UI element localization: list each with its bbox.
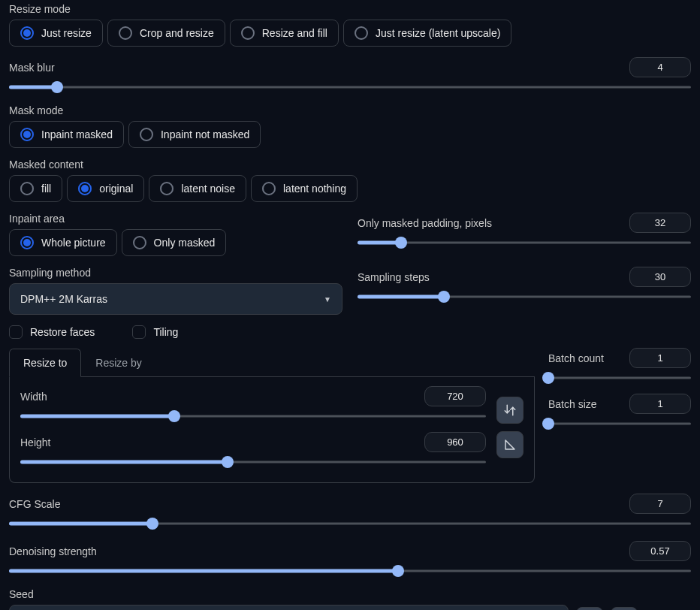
resize-mode-option[interactable]: Crop and resize (107, 20, 225, 47)
reuse-seed-button[interactable]: ♻️ (611, 607, 638, 610)
triangle-ruler-icon (503, 438, 517, 451)
resize-mode-option-label: Resize and fill (262, 27, 327, 39)
masked-content-option-label: latent nothing (283, 183, 346, 195)
batch-count-value[interactable]: 1 (629, 348, 691, 368)
seed-label: Seed (9, 588, 691, 600)
resize-mode-option[interactable]: Just resize (latent upscale) (343, 20, 512, 47)
random-seed-button[interactable]: 🎲 (576, 607, 603, 610)
radio-dot-icon (160, 182, 173, 195)
only-masked-padding-slider[interactable] (358, 236, 691, 249)
masked-content-option-label: fill (41, 183, 51, 195)
denoising-label: Denoising strength (9, 545, 97, 557)
set-ratio-button[interactable] (496, 431, 523, 458)
resize-mode-option-label: Just resize (latent upscale) (376, 27, 501, 39)
radio-dot-icon (119, 26, 132, 40)
cfg-scale-slider[interactable] (9, 517, 691, 530)
height-value[interactable]: 960 (424, 432, 486, 452)
mask-mode-option[interactable]: Inpaint not masked (128, 121, 261, 148)
mask-mode-option-label: Inpaint not masked (161, 128, 249, 140)
swap-icon (503, 403, 517, 417)
sampling-method-label: Sampling method (9, 267, 342, 279)
mask-mode-option-label: Inpaint masked (41, 128, 113, 140)
denoising-slider[interactable] (9, 564, 691, 578)
masked-content-option-label: latent noise (181, 183, 235, 195)
sampling-method-value: DPM++ 2M Karras (20, 293, 107, 305)
batch-size-value[interactable]: 1 (629, 394, 691, 414)
radio-dot-icon (78, 182, 92, 195)
width-slider[interactable] (20, 409, 486, 423)
mask-mode-option[interactable]: Inpaint masked (9, 121, 124, 148)
tiling-checkbox[interactable]: Tiling (132, 325, 178, 339)
batch-count-label: Batch count (548, 352, 604, 364)
chevron-down-icon: ▼ (324, 295, 331, 303)
radio-dot-icon (20, 236, 34, 249)
seed-input[interactable] (9, 605, 569, 610)
batch-size-label: Batch size (548, 398, 597, 410)
sampling-steps-slider[interactable] (358, 290, 691, 303)
sampling-steps-label: Sampling steps (358, 271, 430, 283)
inpaint-area-option[interactable]: Whole picture (9, 229, 117, 256)
radio-dot-icon (20, 26, 34, 40)
radio-dot-icon (133, 236, 146, 249)
masked-content-option[interactable]: latent noise (149, 175, 246, 202)
batch-count-slider[interactable] (548, 371, 691, 385)
height-label: Height (20, 436, 50, 448)
inpaint-area-group: Whole pictureOnly masked (9, 229, 342, 256)
masked-content-option[interactable]: latent nothing (251, 175, 358, 202)
masked-content-label: Masked content (9, 159, 691, 171)
tiling-label: Tiling (153, 326, 178, 338)
radio-dot-icon (140, 128, 153, 141)
radio-dot-icon (20, 182, 34, 195)
batch-size-slider[interactable] (548, 417, 691, 430)
resize-mode-label: Resize mode (9, 3, 691, 15)
mask-mode-label: Mask mode (9, 104, 691, 116)
sampling-method-select[interactable]: DPM++ 2M Karras ▼ (9, 283, 342, 315)
checkbox-box-icon (132, 325, 146, 339)
restore-faces-label: Restore faces (30, 326, 95, 338)
denoising-value[interactable]: 0.57 (629, 541, 691, 561)
inpaint-area-option-label: Only masked (154, 237, 216, 249)
resize-mode-option[interactable]: Resize and fill (230, 20, 339, 47)
cfg-scale-label: CFG Scale (9, 498, 60, 510)
resize-mode-group: Just resizeCrop and resizeResize and fil… (9, 20, 691, 47)
tab-resize-to[interactable]: Resize to (9, 349, 81, 377)
cfg-scale-value[interactable]: 7 (629, 494, 691, 514)
masked-content-option[interactable]: original (67, 175, 144, 202)
tab-resize-by[interactable]: Resize by (81, 349, 155, 377)
width-label: Width (20, 391, 47, 403)
only-masked-padding-label: Only masked padding, pixels (358, 217, 492, 229)
checkbox-box-icon (9, 325, 23, 339)
mask-blur-value[interactable]: 4 (629, 57, 691, 77)
masked-content-option[interactable]: fill (9, 175, 62, 202)
radio-dot-icon (20, 128, 34, 141)
resize-tabs: Resize toResize by (9, 348, 535, 377)
only-masked-padding-value[interactable]: 32 (629, 213, 691, 233)
radio-dot-icon (355, 26, 368, 40)
radio-dot-icon (262, 182, 276, 195)
inpaint-area-label: Inpaint area (9, 213, 342, 225)
mask-blur-slider[interactable] (9, 80, 691, 94)
width-value[interactable]: 720 (424, 386, 486, 406)
masked-content-group: filloriginallatent noiselatent nothing (9, 175, 691, 202)
sampling-steps-value[interactable]: 30 (629, 267, 691, 287)
swap-dimensions-button[interactable] (496, 397, 523, 424)
restore-faces-checkbox[interactable]: Restore faces (9, 325, 95, 339)
mask-blur-block: Mask blur 4 (9, 57, 691, 94)
height-slider[interactable] (20, 455, 486, 469)
resize-mode-option-label: Just resize (41, 27, 92, 39)
mask-blur-label: Mask blur (9, 62, 55, 74)
mask-mode-group: Inpaint maskedInpaint not masked (9, 121, 691, 148)
masked-content-option-label: original (99, 183, 133, 195)
resize-mode-option-label: Crop and resize (140, 27, 214, 39)
inpaint-area-option[interactable]: Only masked (122, 229, 227, 256)
inpaint-area-option-label: Whole picture (41, 237, 106, 249)
resize-mode-option[interactable]: Just resize (9, 20, 103, 47)
radio-dot-icon (241, 26, 255, 40)
